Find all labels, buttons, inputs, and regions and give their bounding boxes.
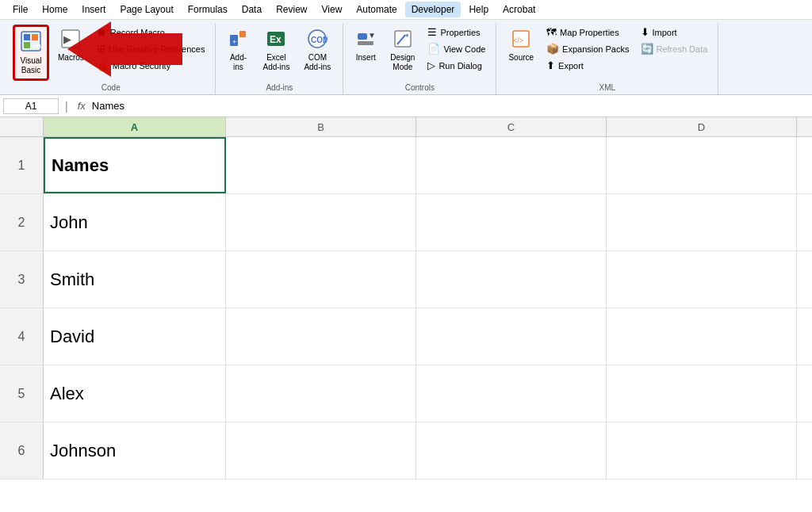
row-header-5: 5: [0, 365, 44, 422]
ribbon: VB VisualBasic ▶ Macros: [0, 20, 812, 95]
macro-security-button[interactable]: 🔒 Macro Security: [93, 58, 209, 73]
refresh-data-button[interactable]: 🔄 Refresh Data: [637, 41, 712, 56]
table-row: 1 Names: [0, 137, 812, 194]
design-mode-icon: [393, 29, 413, 52]
cell-a1[interactable]: Names: [44, 137, 226, 193]
col-header-b[interactable]: B: [226, 117, 416, 136]
refresh-data-label: Refresh Data: [657, 44, 708, 54]
xml-small-buttons: 🗺 Map Properties 📦 Expansion Packs ⬆ Exp…: [542, 25, 633, 73]
spreadsheet: A B C D 1 Names 2 John: [0, 117, 812, 480]
table-row: 5 Alex: [0, 365, 812, 422]
map-properties-icon: 🗺: [546, 26, 557, 38]
menu-formulas[interactable]: Formulas: [182, 2, 234, 17]
cell-b4[interactable]: [226, 308, 416, 365]
menu-acrobat[interactable]: Acrobat: [496, 2, 542, 17]
fx-label: fx: [75, 100, 89, 112]
cell-c1[interactable]: [416, 137, 607, 193]
cell-b5[interactable]: [226, 365, 416, 422]
cell-c4[interactable]: [416, 308, 607, 365]
cell-a3[interactable]: Smith: [44, 251, 226, 308]
ribbon-group-addins: + Add-ins Ex ExcelAdd-ins: [216, 23, 343, 94]
view-code-button[interactable]: 📄 View Code: [423, 41, 489, 56]
menu-help[interactable]: Help: [462, 2, 495, 17]
cell-a2[interactable]: John: [44, 194, 226, 250]
source-button[interactable]: </> Source: [503, 25, 539, 67]
design-mode-button[interactable]: DesignMode: [385, 25, 420, 76]
column-headers: A B C D: [0, 117, 812, 137]
properties-button[interactable]: ☰ Properties: [423, 25, 489, 40]
macros-icon: ▶: [60, 29, 81, 52]
excel-addins-label: ExcelAdd-ins: [262, 53, 289, 72]
table-row: 4 David: [0, 308, 812, 365]
insert-controls-label: Insert: [356, 53, 376, 63]
source-label: Source: [508, 53, 534, 63]
properties-icon: ☰: [427, 26, 437, 38]
menu-automate[interactable]: Automate: [350, 2, 403, 17]
menu-review[interactable]: Review: [270, 2, 313, 17]
menu-home[interactable]: Home: [36, 2, 74, 17]
formula-bar-separator: |: [62, 100, 71, 113]
col-header-a[interactable]: A: [44, 117, 226, 136]
col-header-c[interactable]: C: [416, 117, 607, 136]
use-relative-button[interactable]: ⊞ Use Relative References: [93, 41, 209, 56]
cell-c2[interactable]: [416, 194, 607, 250]
cell-b3[interactable]: [226, 251, 416, 308]
menu-file[interactable]: File: [6, 2, 34, 17]
cell-d6[interactable]: [607, 422, 797, 479]
row-header-2: 2: [0, 194, 44, 250]
export-label: Export: [558, 61, 584, 71]
run-dialog-button[interactable]: ▷ Run Dialog: [423, 58, 489, 73]
row-header-3: 3: [0, 251, 44, 308]
import-button[interactable]: ⬇ Import: [637, 25, 712, 40]
addins-group-label: Add-ins: [266, 81, 293, 94]
record-macro-icon: ⏺: [97, 26, 107, 38]
import-icon: ⬇: [641, 26, 649, 38]
visual-basic-icon: VB: [20, 30, 42, 55]
svg-text:VB: VB: [33, 43, 41, 50]
cell-c6[interactable]: [416, 422, 607, 479]
view-code-label: View Code: [443, 44, 485, 54]
map-properties-button[interactable]: 🗺 Map Properties: [542, 25, 633, 40]
cell-d3[interactable]: [607, 251, 797, 308]
cell-b1[interactable]: [226, 137, 416, 193]
cell-a5[interactable]: Alex: [44, 365, 226, 422]
visual-basic-button[interactable]: VB VisualBasic: [13, 25, 49, 81]
cell-reference-box[interactable]: [3, 98, 59, 114]
expansion-packs-button[interactable]: 📦 Expansion Packs: [542, 41, 633, 56]
menu-data[interactable]: Data: [236, 2, 268, 17]
record-macro-button[interactable]: ⏺ Record Macro: [93, 25, 209, 40]
menu-view[interactable]: View: [316, 2, 349, 17]
cell-a4[interactable]: David: [44, 308, 226, 365]
cell-a6[interactable]: Johnson: [44, 422, 226, 479]
addins-icon: +: [228, 29, 248, 52]
cell-d5[interactable]: [607, 365, 797, 422]
macro-small-buttons: ⏺ Record Macro ⊞ Use Relative References…: [93, 25, 209, 73]
insert-controls-button[interactable]: ▼ Insert: [350, 25, 381, 67]
cell-b6[interactable]: [226, 422, 416, 479]
menu-page-layout[interactable]: Page Layout: [113, 2, 179, 17]
cell-d1[interactable]: [607, 137, 797, 193]
svg-rect-8: [239, 31, 246, 37]
export-button[interactable]: ⬆ Export: [542, 58, 633, 73]
macros-button[interactable]: ▶ Macros: [52, 25, 90, 67]
menu-developer[interactable]: Developer: [405, 2, 462, 17]
refresh-data-icon: 🔄: [641, 43, 653, 55]
col-header-d[interactable]: D: [607, 117, 797, 136]
com-addins-button[interactable]: COM COMAdd-ins: [298, 25, 336, 76]
cell-d2[interactable]: [607, 194, 797, 250]
svg-rect-3: [24, 42, 30, 48]
record-macro-label: Record Macro: [110, 28, 165, 37]
cell-b2[interactable]: [226, 194, 416, 250]
expansion-packs-label: Expansion Packs: [562, 44, 629, 54]
cell-c3[interactable]: [416, 251, 607, 308]
controls-group-label: Controls: [405, 81, 435, 94]
excel-addins-icon: Ex: [266, 29, 286, 52]
addins-button[interactable]: + Add-ins: [222, 25, 254, 76]
row-header-1: 1: [0, 137, 44, 193]
excel-addins-button[interactable]: Ex ExcelAdd-ins: [257, 25, 295, 76]
expansion-packs-icon: 📦: [546, 43, 559, 55]
cell-d4[interactable]: [607, 308, 797, 365]
menu-insert[interactable]: Insert: [75, 2, 112, 17]
cell-c5[interactable]: [416, 365, 607, 422]
formula-bar-value: Names: [92, 100, 809, 112]
